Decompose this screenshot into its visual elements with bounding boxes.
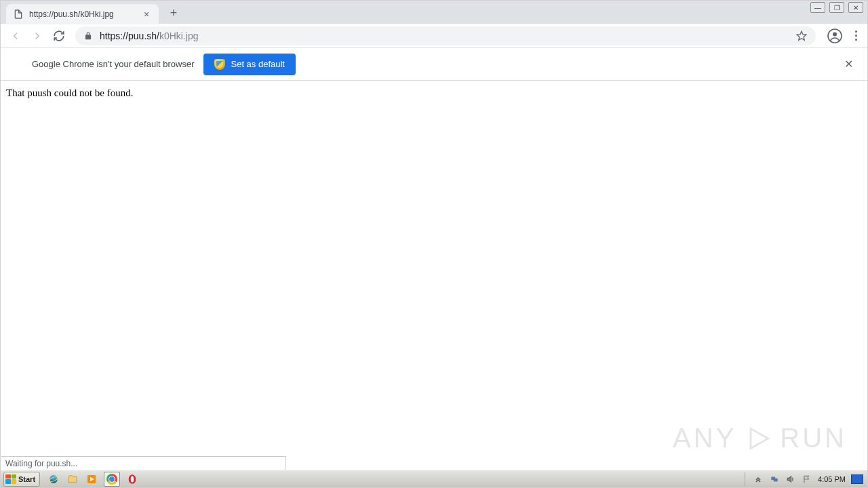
tray-network-icon[interactable]	[769, 474, 780, 485]
svg-marker-2	[751, 428, 768, 448]
opera-icon[interactable]	[125, 472, 139, 486]
tab-title: https://puu.sh/k0Hki.jpg	[29, 9, 141, 19]
url-path: k0Hki.jpg	[159, 30, 199, 41]
toolbar: https://puu.sh/k0Hki.jpg	[1, 24, 867, 48]
lock-icon	[83, 31, 93, 41]
media-player-icon[interactable]	[85, 472, 98, 486]
tab-close-button[interactable]: ×	[141, 9, 152, 20]
address-bar[interactable]: https://puu.sh/k0Hki.jpg	[75, 26, 816, 45]
svg-rect-10	[774, 478, 778, 481]
infobar-message: Google Chrome isn't your default browser	[32, 59, 194, 69]
start-label: Start	[18, 475, 35, 483]
explorer-icon[interactable]	[66, 472, 79, 486]
start-button[interactable]: Start	[3, 472, 40, 487]
tray-flag-icon[interactable]	[802, 474, 812, 485]
tray-expand-icon[interactable]	[753, 474, 764, 485]
play-icon	[743, 424, 773, 453]
quick-launch	[47, 472, 139, 487]
windows-taskbar: Start	[1, 470, 867, 487]
set-default-label: Set as default	[231, 59, 285, 69]
anyrun-watermark: ANY RUN	[673, 423, 847, 453]
profile-icon[interactable]	[827, 28, 843, 44]
set-default-button[interactable]: Set as default	[203, 54, 296, 75]
chrome-logo-icon	[12, 58, 24, 70]
page-favicon	[13, 9, 24, 20]
ie-icon[interactable]	[47, 472, 60, 486]
taskbar-chrome-button[interactable]	[104, 472, 120, 487]
reload-button[interactable]	[50, 26, 68, 45]
window-controls: — ❐ ✕	[810, 2, 863, 13]
status-bar: Waiting for puu.sh...	[1, 456, 286, 470]
maximize-button[interactable]: ❐	[829, 2, 844, 13]
forward-button[interactable]	[28, 26, 47, 45]
chrome-icon	[106, 474, 117, 485]
error-message: That puush could not be found.	[6, 87, 133, 98]
url-host: https://puu.sh/	[100, 30, 159, 41]
new-tab-button[interactable]: +	[164, 3, 183, 22]
infobar-close-button[interactable]: ✕	[840, 56, 856, 73]
windows-logo-icon	[5, 474, 16, 484]
close-window-button[interactable]: ✕	[848, 2, 863, 13]
browser-tab[interactable]: https://puu.sh/k0Hki.jpg ×	[6, 4, 159, 24]
tab-strip: https://puu.sh/k0Hki.jpg × + — ❐ ✕	[1, 1, 867, 24]
toolbar-right	[827, 28, 862, 44]
chrome-menu-button[interactable]	[850, 30, 862, 42]
tray-volume-icon[interactable]	[785, 474, 796, 485]
svg-point-1	[833, 32, 837, 36]
watermark-right: RUN	[780, 423, 847, 453]
minimize-button[interactable]: —	[810, 2, 825, 13]
watermark-left: ANY	[673, 423, 736, 453]
back-button[interactable]	[6, 26, 25, 45]
bookmark-star-icon[interactable]	[795, 30, 808, 42]
browser-window: https://puu.sh/k0Hki.jpg × + — ❐ ✕ https…	[0, 0, 868, 488]
url-text: https://puu.sh/k0Hki.jpg	[100, 30, 795, 41]
svg-point-8	[131, 476, 134, 482]
shield-icon	[214, 59, 225, 70]
default-browser-infobar: Google Chrome isn't your default browser…	[1, 48, 867, 81]
page-content: That puush could not be found.	[1, 81, 867, 106]
system-tray: 4:05 PM	[743, 472, 867, 486]
status-text: Waiting for puu.sh...	[5, 459, 77, 468]
show-desktop-button[interactable]	[851, 474, 863, 484]
taskbar-clock[interactable]: 4:05 PM	[818, 475, 846, 483]
